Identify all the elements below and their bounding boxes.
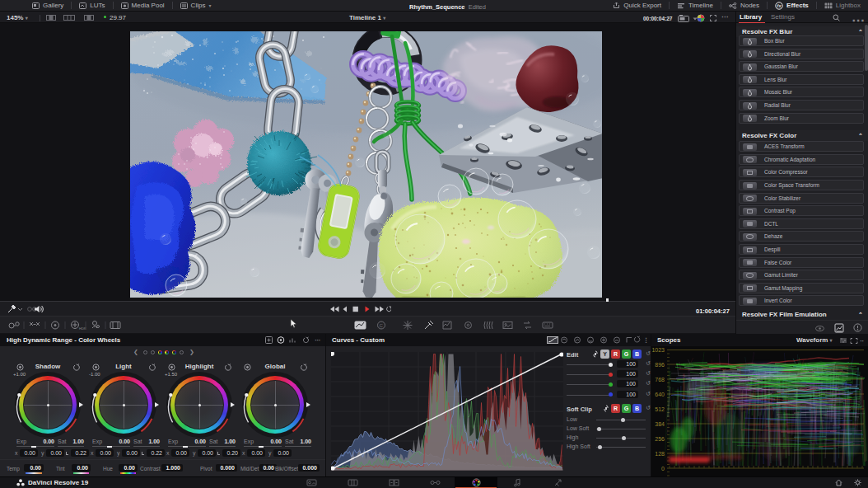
svg-text:⋯: ⋯ bbox=[315, 337, 320, 343]
svg-text:896: 896 bbox=[655, 362, 665, 368]
svg-text:C: C bbox=[380, 323, 384, 328]
svg-text:512: 512 bbox=[655, 406, 665, 412]
svg-text:⋯: ⋯ bbox=[860, 338, 864, 344]
svg-text:768: 768 bbox=[655, 377, 665, 382]
svg-text:HDR: HDR bbox=[79, 326, 86, 331]
svg-text:1023: 1023 bbox=[651, 347, 665, 353]
svg-text:640: 640 bbox=[655, 392, 665, 397]
svg-text:0: 0 bbox=[661, 466, 665, 472]
svg-text:⋮: ⋮ bbox=[643, 337, 647, 344]
svg-text:256: 256 bbox=[655, 436, 665, 442]
svg-text:128: 128 bbox=[655, 451, 665, 457]
svg-text:fx: fx bbox=[777, 3, 782, 8]
svg-text:384: 384 bbox=[655, 421, 665, 427]
